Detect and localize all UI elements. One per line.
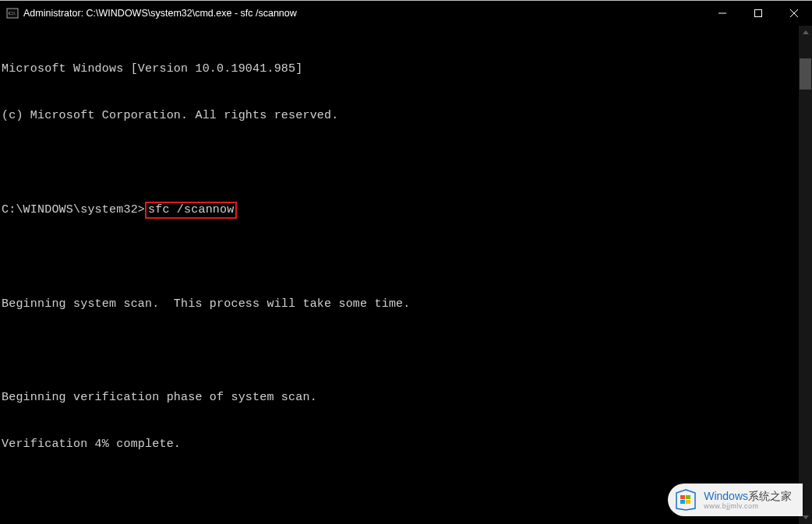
svg-text:C:\: C:\ (9, 10, 16, 16)
output-line: Verification 4% complete. (2, 437, 797, 452)
scroll-up-button[interactable] (799, 26, 812, 39)
watermark-brand-cn: 系统之家 (748, 490, 792, 502)
windows-logo-icon (674, 488, 697, 512)
svg-rect-7 (686, 495, 690, 499)
cmd-window: C:\ Administrator: C:\WINDOWS\system32\c… (0, 1, 812, 524)
minimize-button[interactable] (704, 1, 740, 26)
window-title: Administrator: C:\WINDOWS\system32\cmd.e… (23, 8, 704, 19)
output-line: Beginning verification phase of system s… (2, 390, 797, 406)
svg-rect-8 (680, 500, 685, 504)
content-area: Microsoft Windows [Version 10.0.19041.98… (0, 26, 812, 524)
maximize-button[interactable] (740, 1, 776, 26)
svg-rect-9 (686, 500, 690, 504)
output-line: (c) Microsoft Corporation. All rights re… (2, 108, 797, 124)
titlebar[interactable]: C:\ Administrator: C:\WINDOWS\system32\c… (0, 1, 812, 26)
watermark-url: www.bjjmlv.com (704, 503, 792, 510)
output-line: Microsoft Windows [Version 10.0.19041.98… (2, 62, 797, 77)
scroll-thumb[interactable] (800, 58, 811, 90)
svg-rect-3 (755, 10, 762, 17)
watermark-brand: Windows (704, 490, 748, 502)
prompt-text: C:\WINDOWS\system32> (2, 202, 145, 218)
cmd-icon: C:\ (6, 7, 19, 19)
vertical-scrollbar[interactable] (799, 26, 812, 524)
command-highlight: sfc /scannow (145, 202, 237, 219)
terminal-output[interactable]: Microsoft Windows [Version 10.0.19041.98… (0, 26, 799, 524)
close-button[interactable] (776, 1, 812, 26)
prompt-line: C:\WINDOWS\system32>sfc /scannow (2, 202, 797, 219)
window-controls (704, 1, 812, 26)
output-line: Beginning system scan. This process will… (2, 297, 797, 312)
svg-rect-6 (680, 495, 685, 499)
watermark-badge: Windows系统之家 www.bjjmlv.com (668, 484, 803, 516)
watermark-text: Windows系统之家 www.bjjmlv.com (704, 491, 792, 510)
